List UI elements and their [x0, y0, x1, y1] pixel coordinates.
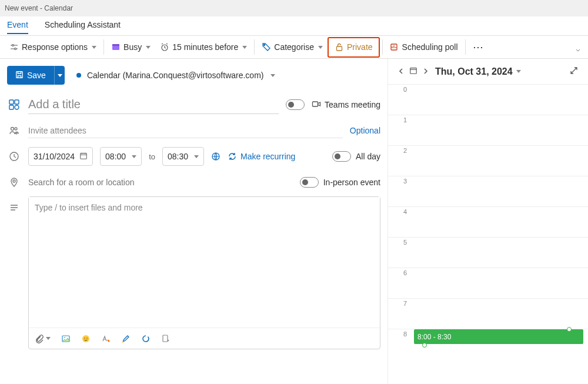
- svg-point-13: [15, 105, 19, 109]
- optional-attendees-button[interactable]: Optional: [350, 126, 380, 135]
- event-resize-handle-bottom[interactable]: [422, 343, 427, 348]
- chevron-down-icon: [92, 46, 96, 49]
- chevron-down-icon: [242, 46, 247, 49]
- response-options-button[interactable]: Response options: [5, 39, 101, 55]
- alarm-icon: [160, 42, 169, 52]
- to-label: to: [149, 152, 155, 161]
- reminder-label: 15 minutes before: [172, 42, 238, 52]
- end-time-value: 08:30: [168, 152, 188, 161]
- timezone-button[interactable]: [211, 152, 220, 161]
- description-toolbar: [29, 328, 380, 349]
- calendar-icon: [79, 152, 88, 162]
- private-label: Private: [347, 42, 373, 52]
- svg-rect-27: [410, 68, 417, 74]
- chevron-down-icon: [146, 46, 151, 49]
- save-button[interactable]: Save: [7, 66, 54, 85]
- teams-meeting-label: Teams meeting: [325, 100, 380, 109]
- highlighter-icon[interactable]: [121, 334, 131, 343]
- emoji-picker-icon[interactable]: [7, 99, 21, 111]
- calendar-name-label: Calendar (Marina.Conquest@virtosoftware.…: [87, 71, 264, 80]
- description-textarea[interactable]: [29, 197, 380, 328]
- start-time-field[interactable]: 08:00: [100, 147, 142, 166]
- hour-label: 7: [388, 299, 410, 329]
- end-time-field[interactable]: 08:30: [162, 147, 204, 166]
- window-title: New event - Calendar: [5, 4, 577, 12]
- hour-label: 8: [388, 329, 410, 359]
- hour-label: 0: [388, 85, 410, 115]
- day-date-selector[interactable]: Thu, Oct 31, 2024: [435, 66, 563, 77]
- busy-status-button[interactable]: Busy: [106, 39, 155, 55]
- emoji-icon[interactable]: [81, 334, 91, 343]
- categorise-button[interactable]: Categorise: [257, 39, 328, 55]
- event-block[interactable]: 8:00 - 8:30: [414, 329, 583, 344]
- hour-label: 3: [388, 176, 410, 206]
- video-icon: [312, 99, 321, 111]
- svg-point-1: [12, 45, 14, 46]
- template-icon[interactable]: [161, 334, 171, 343]
- prev-day-button[interactable]: [397, 67, 405, 76]
- svg-point-15: [11, 128, 14, 131]
- scheduling-poll-label: Scheduling poll: [402, 42, 458, 52]
- make-recurring-button[interactable]: Make recurring: [228, 152, 295, 161]
- chevron-down-icon: [194, 155, 199, 158]
- svg-rect-11: [15, 100, 19, 104]
- all-day-label: All day: [356, 152, 380, 161]
- next-day-button[interactable]: [422, 67, 429, 76]
- categorise-label: Categorise: [274, 42, 314, 52]
- attach-button[interactable]: [35, 334, 51, 343]
- svg-point-2: [15, 48, 16, 50]
- loop-icon[interactable]: [141, 334, 151, 343]
- chevron-down-icon: [132, 155, 136, 158]
- day-timeline[interactable]: 0 1 2 3 4 5 6 7 8 8:00 - 8:30: [388, 84, 588, 384]
- svg-point-25: [86, 338, 88, 339]
- more-options-button[interactable]: ⋯: [468, 41, 489, 54]
- svg-rect-7: [336, 46, 342, 51]
- hour-label: 6: [388, 268, 410, 298]
- today-button[interactable]: [409, 66, 417, 76]
- lock-icon: [335, 42, 344, 52]
- insert-image-icon[interactable]: [61, 334, 71, 343]
- location-input[interactable]: [28, 175, 293, 189]
- hour-label: 2: [388, 146, 410, 176]
- expand-panel-icon[interactable]: [569, 66, 579, 77]
- save-dropdown-button[interactable]: [54, 66, 65, 85]
- date-field[interactable]: 31/10/2024: [28, 147, 93, 166]
- scheduling-poll-button[interactable]: Scheduling poll: [385, 39, 463, 55]
- attendees-input[interactable]: [28, 123, 343, 138]
- location-icon: [7, 177, 21, 188]
- response-options-label: Response options: [22, 42, 88, 52]
- event-time-label: 8:00 - 8:30: [417, 333, 451, 341]
- in-person-label: In-person event: [323, 178, 380, 187]
- tab-event[interactable]: Event: [7, 16, 28, 34]
- tag-icon: [262, 42, 271, 52]
- event-resize-handle-top[interactable]: [567, 327, 572, 332]
- teams-meeting-toggle[interactable]: [286, 99, 305, 110]
- private-button[interactable]: Private: [328, 37, 380, 58]
- calendar-selector[interactable]: Calendar (Marina.Conquest@virtosoftware.…: [76, 71, 276, 80]
- reminder-button[interactable]: 15 minutes before: [155, 39, 252, 55]
- svg-point-22: [64, 337, 65, 338]
- chevron-down-icon: [516, 70, 521, 73]
- tab-scheduling-assistant[interactable]: Scheduling Assistant: [45, 16, 121, 34]
- ribbon-expand-icon[interactable]: [574, 46, 582, 56]
- chevron-down-icon: [46, 337, 51, 340]
- all-day-toggle[interactable]: [332, 151, 351, 162]
- event-form: Save Calendar (Marina.Conquest@virtosoft…: [0, 59, 388, 384]
- start-time-value: 08:00: [105, 152, 126, 161]
- calendar-color-dot: [76, 73, 81, 78]
- svg-point-24: [84, 338, 85, 339]
- formatting-icon[interactable]: [101, 334, 111, 343]
- hour-label: 5: [388, 238, 410, 268]
- people-icon: [7, 125, 21, 136]
- ribbon-toolbar: Response options Busy 15 minutes before …: [0, 35, 588, 59]
- date-value: 31/10/2024: [34, 152, 75, 161]
- title-input[interactable]: [28, 95, 279, 114]
- svg-rect-26: [163, 335, 168, 342]
- svg-rect-14: [313, 102, 318, 106]
- busy-icon: [111, 42, 121, 52]
- svg-rect-10: [9, 100, 14, 104]
- svg-rect-12: [9, 105, 14, 109]
- make-recurring-label: Make recurring: [240, 152, 295, 161]
- sliders-icon: [9, 42, 19, 52]
- in-person-toggle[interactable]: [300, 177, 319, 188]
